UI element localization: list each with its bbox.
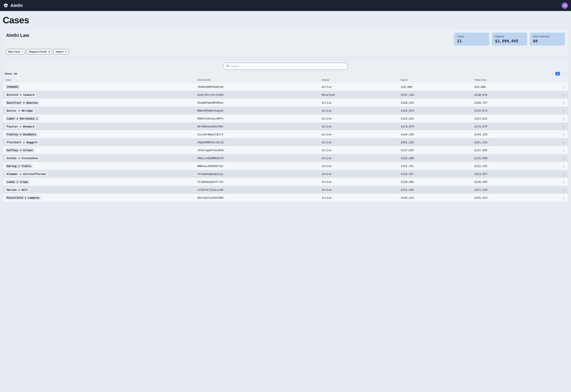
row-menu-button[interactable]: [562, 157, 565, 161]
case-chip[interactable]: Leeds v Cripe: [5, 180, 29, 184]
avatar[interactable]: JH: [562, 2, 568, 9]
import-button[interactable]: Import: [54, 49, 69, 54]
table-row: Busler v AkridgeMODn3POOHc5udywVActive$1…: [3, 107, 568, 114]
cell-total-cost: $138,876: [472, 91, 545, 99]
cell-total-cost: $123,957: [472, 170, 545, 178]
row-menu-button[interactable]: [562, 172, 565, 177]
pager: 1: [550, 71, 565, 76]
col-external-id[interactable]: External ID: [195, 77, 319, 83]
case-chip[interactable]: Busler v Akridge: [5, 108, 34, 113]
cell-external-id: YXYpAm5qKdmpIyai: [195, 170, 319, 178]
cell-total-cost: $137,845: [472, 146, 545, 154]
cell-status: Active: [319, 122, 398, 130]
case-chip[interactable]: Hartog v Tinkle: [5, 164, 33, 168]
row-menu-button[interactable]: [562, 101, 565, 105]
cell-total-cost: $161,292: [472, 138, 545, 146]
col-spent[interactable]: Spent: [399, 77, 472, 83]
new-case-label: New Case: [8, 50, 20, 53]
cell-total-cost: $168,757: [472, 99, 545, 107]
cell-status: Active: [319, 107, 398, 114]
cell-status: Active: [319, 83, 398, 91]
cell-spent: $155,673: [399, 107, 472, 114]
row-menu-button[interactable]: [562, 149, 565, 153]
table-row: Finkley v NiedbalaIsLSaFaMqo2tDIrkActive…: [3, 130, 568, 138]
org-stats: Cases 21 Balance $2,809,845 Able to Borr…: [454, 33, 565, 46]
case-chip[interactable]: 2950455: [5, 84, 20, 89]
case-chip[interactable]: Goldie v Scozzafava: [5, 156, 39, 160]
col-total-cost[interactable]: Total Cost: [472, 77, 545, 83]
cell-external-id: IsLSaFaMqo2tDIrk: [195, 130, 319, 138]
request-funds-label: Request Funds: [29, 50, 47, 53]
row-menu-button[interactable]: [562, 141, 565, 145]
dollar-icon: $: [48, 50, 50, 53]
cell-total-cost: $10,000: [472, 83, 545, 91]
cell-external-id: RHbPCu50sbyrWPFo: [195, 114, 319, 122]
row-menu-button[interactable]: [562, 196, 565, 200]
case-chip[interactable]: Klammer v Christofferson: [5, 172, 47, 176]
org-actions: New Case + Request Funds $ Import: [6, 49, 565, 54]
case-chip[interactable]: Marsha v Wulf: [5, 187, 29, 192]
cell-status: Active: [319, 162, 398, 170]
svg-point-0: [227, 65, 228, 66]
cell-total-cost: $128,985: [472, 178, 545, 186]
row-menu-button[interactable]: [562, 180, 565, 184]
row-menu-button[interactable]: [562, 133, 565, 137]
cell-spent: $137,845: [399, 146, 472, 154]
case-chip[interactable]: Minnifield v Lampton: [5, 196, 41, 200]
case-chip[interactable]: Binford v Tankard: [5, 93, 36, 97]
new-case-button[interactable]: New Case +: [6, 49, 25, 54]
cell-spent: $144,159: [399, 130, 472, 138]
show-value[interactable]: 50: [14, 72, 17, 75]
svg-line-1: [228, 66, 229, 67]
cell-external-id: WNNvwLaXNoR9YfpY: [195, 162, 319, 170]
row-menu-button[interactable]: [562, 117, 565, 121]
case-chip[interactable]: Fassler v Beaupre: [5, 124, 36, 129]
table-panel: Show: 50 1 Case External ID Status Spe: [3, 60, 568, 202]
row-menu-button[interactable]: [562, 93, 565, 97]
case-chip[interactable]: Goffney v Arleen: [5, 148, 34, 153]
cell-total-cost: $155,673: [472, 107, 545, 114]
cell-spent: $174,079: [399, 122, 472, 130]
case-chip[interactable]: Finkley v Niedbala: [5, 132, 38, 137]
cell-total-cost: $125,608: [472, 154, 545, 162]
case-chip[interactable]: Boutilier v Heaston: [5, 100, 39, 105]
request-funds-button[interactable]: Request Funds $: [27, 49, 52, 54]
cell-spent: $168,203: [399, 99, 472, 107]
row-menu-button[interactable]: [562, 125, 565, 129]
table-row: Fletchall v BaggettYHpQ59MOCHcv6cLQActiv…: [3, 138, 568, 146]
table-row: Fassler v Beaupre0F14Mvma3AEo740cActive$…: [3, 122, 568, 130]
table-row: Hartog v TinkleWNNvwLaXNoR9YfpYActive$15…: [3, 162, 568, 170]
row-menu-button[interactable]: [562, 188, 565, 192]
page-prev-button[interactable]: [550, 71, 554, 76]
page-next-button[interactable]: [561, 71, 565, 76]
row-menu-button[interactable]: [562, 85, 565, 89]
table-row: Goffney v ArleenzPXA7agdh7UwJ8CWActive$1…: [3, 146, 568, 154]
cell-total-cost: $145,423: [472, 194, 545, 202]
cell-external-id: kRdxjxOD2MMUOLF9: [195, 154, 319, 162]
cell-total-cost: $153,025: [472, 114, 545, 122]
cell-status: Active: [319, 186, 398, 194]
cell-external-id: JhkModOEMtBaHtUd: [195, 83, 319, 91]
case-chip[interactable]: Cadet v Marchewka 1: [5, 116, 39, 121]
table-row: Minnifield v Lampton89zxQqTny4d5tQ66Acti…: [3, 194, 568, 202]
cell-external-id: 8SdAWthBuMPA9Rae: [195, 99, 319, 107]
cell-status: Active: [319, 194, 398, 202]
table-body: 2950455JhkModOEMtBaHtUdActive$10,000$10,…: [3, 83, 568, 202]
search-input[interactable]: [231, 65, 345, 68]
chevron-down-icon: [65, 51, 67, 52]
cell-status: Active: [319, 170, 398, 178]
row-menu-button[interactable]: [562, 109, 565, 113]
avatar-initials: JH: [563, 4, 566, 7]
cell-spent: $145,423: [399, 194, 472, 202]
row-menu-button[interactable]: [562, 165, 565, 168]
col-status[interactable]: Status: [319, 77, 398, 83]
brand[interactable]: Alethi: [3, 3, 23, 8]
search-box[interactable]: [224, 63, 347, 70]
cell-status: Active: [319, 178, 398, 186]
table-row: Klammer v ChristoffersonYXYpAm5qKdmpIyai…: [3, 170, 568, 178]
table-row: Binford v Tankardms6LfShjc5rtLU2hResolve…: [3, 91, 568, 99]
table-row: Goldie v ScozzafavakRdxjxOD2MMUOLF9Activ…: [3, 154, 568, 162]
col-case[interactable]: Case: [3, 77, 195, 83]
page-current-button[interactable]: 1: [555, 72, 560, 75]
case-chip[interactable]: Fletchall v Baggett: [5, 140, 39, 145]
